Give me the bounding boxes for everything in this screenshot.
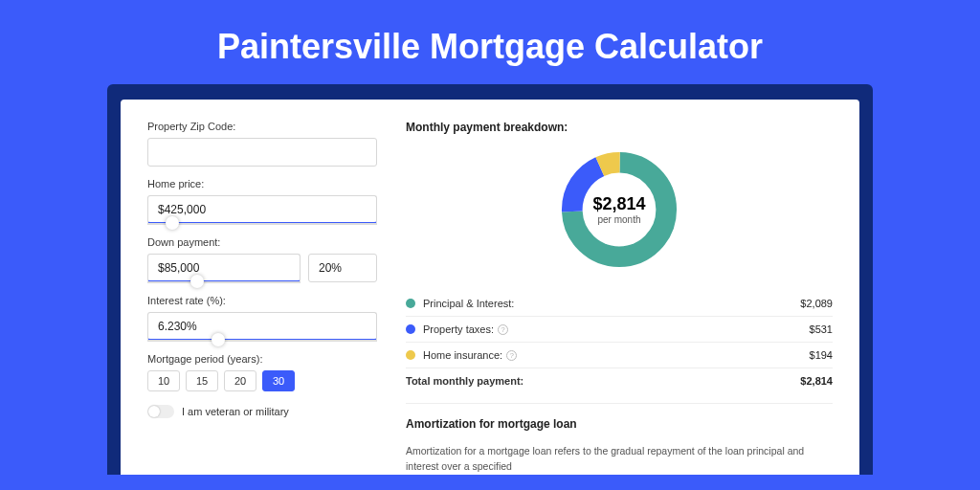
veteran-toggle-row: I am veteran or military bbox=[147, 405, 377, 418]
interest-rate-label: Interest rate (%): bbox=[147, 295, 377, 306]
total-value: $2,814 bbox=[800, 375, 833, 387]
legend-total: Total monthly payment: $2,814 bbox=[406, 368, 833, 393]
legend-text: Property taxes: bbox=[423, 323, 494, 335]
veteran-toggle[interactable] bbox=[147, 405, 174, 418]
field-down-payment: Down payment: bbox=[147, 236, 377, 283]
donut-chart-wrap: $2,814 per month bbox=[406, 147, 833, 272]
down-payment-label: Down payment: bbox=[147, 236, 377, 248]
home-price-label: Home price: bbox=[147, 178, 377, 189]
slider-thumb-icon[interactable] bbox=[190, 275, 204, 288]
period-label: Mortgage period (years): bbox=[147, 353, 377, 365]
field-zip: Property Zip Code: bbox=[147, 121, 377, 167]
info-icon[interactable]: ? bbox=[498, 324, 508, 335]
zip-label: Property Zip Code: bbox=[147, 121, 377, 132]
total-label: Total monthly payment: bbox=[406, 375, 800, 387]
period-options: 10 15 20 30 bbox=[147, 370, 377, 391]
field-home-price: Home price: bbox=[147, 178, 377, 225]
zip-input[interactable] bbox=[147, 138, 377, 167]
slider-thumb-icon[interactable] bbox=[166, 216, 179, 230]
home-price-slider[interactable] bbox=[147, 223, 377, 225]
legend-value: $194 bbox=[810, 349, 833, 361]
legend-label: Principal & Interest: bbox=[423, 298, 800, 309]
legend-taxes: Property taxes: ? $531 bbox=[406, 317, 833, 343]
donut-chart: $2,814 per month bbox=[557, 147, 681, 272]
period-option-15[interactable]: 15 bbox=[186, 370, 218, 391]
slider-thumb-icon[interactable] bbox=[212, 333, 225, 346]
field-interest-rate: Interest rate (%): bbox=[147, 295, 377, 342]
donut-sub: per month bbox=[597, 214, 640, 225]
legend-text: Home insurance: bbox=[423, 349, 502, 361]
inputs-column: Property Zip Code: Home price: Down paym… bbox=[147, 121, 377, 475]
period-option-20[interactable]: 20 bbox=[224, 370, 256, 391]
legend-label: Home insurance: ? bbox=[423, 349, 810, 361]
veteran-label: I am veteran or military bbox=[182, 406, 289, 417]
legend-value: $531 bbox=[810, 323, 833, 335]
donut-amount: $2,814 bbox=[592, 194, 645, 214]
interest-rate-slider[interactable] bbox=[147, 340, 377, 342]
breakdown-title: Monthly payment breakdown: bbox=[406, 121, 833, 134]
period-option-10[interactable]: 10 bbox=[147, 370, 180, 391]
dot-icon bbox=[406, 299, 415, 308]
down-payment-input[interactable] bbox=[147, 254, 301, 282]
calculator-card: Property Zip Code: Home price: Down paym… bbox=[121, 100, 859, 475]
dot-icon bbox=[406, 324, 415, 334]
field-period: Mortgage period (years): 10 15 20 30 bbox=[147, 353, 377, 391]
home-price-input[interactable] bbox=[147, 195, 377, 224]
breakdown-column: Monthly payment breakdown: $2,814 per mo… bbox=[406, 121, 833, 475]
amortization-text: Amortization for a mortgage loan refers … bbox=[406, 444, 833, 475]
info-icon[interactable]: ? bbox=[506, 350, 517, 361]
card-shadow: Property Zip Code: Home price: Down paym… bbox=[107, 84, 873, 475]
period-option-30[interactable]: 30 bbox=[262, 370, 295, 391]
interest-rate-input[interactable] bbox=[147, 312, 377, 341]
donut-center: $2,814 per month bbox=[557, 147, 681, 272]
divider bbox=[406, 403, 833, 404]
down-payment-slider[interactable] bbox=[147, 281, 301, 283]
page-title: Paintersville Mortgage Calculator bbox=[0, 0, 980, 84]
dot-icon bbox=[406, 350, 415, 360]
down-payment-pct-input[interactable] bbox=[308, 254, 377, 282]
legend-value: $2,089 bbox=[800, 298, 833, 309]
amortization-title: Amortization for mortgage loan bbox=[406, 417, 833, 431]
legend-principal: Principal & Interest: $2,089 bbox=[406, 291, 833, 317]
legend-insurance: Home insurance: ? $194 bbox=[406, 343, 833, 368]
legend-label: Property taxes: ? bbox=[423, 323, 810, 335]
